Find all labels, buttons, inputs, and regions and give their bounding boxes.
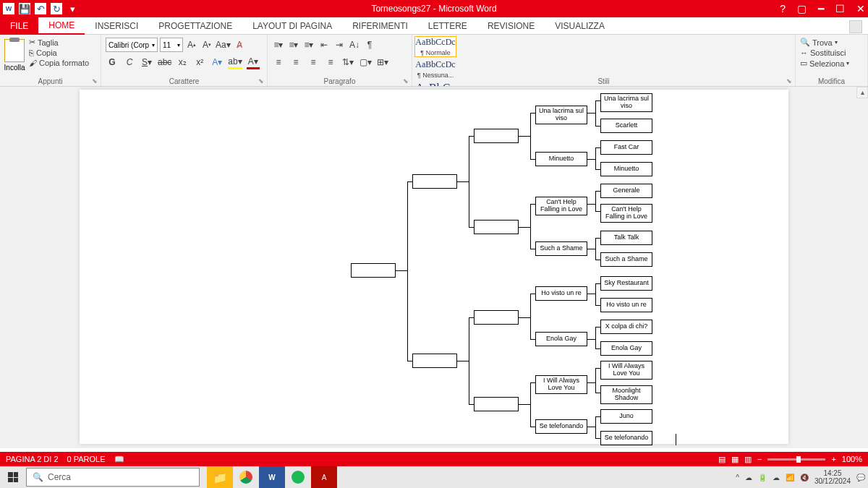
font-name-select[interactable]: Calibri (Corp▾ (106, 38, 158, 52)
minimize-icon[interactable]: ━ (818, 3, 824, 14)
word-count[interactable]: 0 PAROLE (67, 455, 106, 463)
paste-button[interactable]: Incolla (4, 64, 25, 72)
clock[interactable]: 14:2530/12/2024 (814, 469, 851, 485)
zoom-out-icon[interactable]: − (757, 455, 762, 463)
start-button[interactable] (0, 466, 26, 488)
weather-icon[interactable]: ☁ (773, 474, 780, 481)
zoom-level[interactable]: 100% (842, 455, 862, 463)
bracket-box: Minuetto (600, 162, 652, 176)
editing-group-label: Modifica (796, 77, 867, 85)
acrobat-icon[interactable]: A (311, 466, 337, 488)
account-icon[interactable] (849, 20, 862, 33)
grow-font-icon[interactable]: A▴ (185, 38, 198, 52)
bracket-box: I Will Always Love You (535, 375, 587, 394)
tab-mailings[interactable]: LETTERE (418, 17, 477, 35)
tab-references[interactable]: RIFERIMENTI (342, 17, 418, 35)
tab-view[interactable]: VISUALIZZA (545, 17, 615, 35)
indent-left-icon[interactable]: ⇤ (318, 38, 331, 52)
select-button[interactable]: ▭Seleziona▾ (800, 59, 863, 68)
maximize-icon[interactable]: ☐ (835, 3, 845, 14)
bracket-box: Can't Help Falling in Love (535, 197, 587, 215)
tab-home[interactable]: HOME (38, 17, 85, 35)
tab-design[interactable]: PROGETTAZIONE (148, 17, 242, 35)
taskbar-search[interactable]: 🔍Cerca (26, 468, 200, 487)
copy-button[interactable]: ⎘Copia (29, 48, 89, 57)
scroll-up-icon[interactable]: ▴ (856, 87, 868, 98)
page[interactable]: Una lacrima sul visoScarlettFast CarMinu… (80, 90, 788, 444)
format-painter-button[interactable]: 🖌Copia formato (29, 59, 89, 67)
page-status[interactable]: PAGINA 2 DI 2 (6, 455, 59, 463)
paragraph-dialog-icon[interactable]: ⬊ (403, 77, 409, 85)
clear-format-icon[interactable]: A̷ (233, 38, 246, 52)
tab-layout[interactable]: LAYOUT DI PAGINA (242, 17, 342, 35)
superscript-icon[interactable]: x² (193, 55, 206, 69)
window-title: Torneosongs27 - Microsoft Word (371, 4, 496, 14)
font-size-select[interactable]: 11▾ (160, 38, 183, 52)
numbering-icon[interactable]: ≡▾ (287, 38, 300, 52)
italic-icon[interactable]: C (123, 55, 136, 69)
onedrive-icon[interactable]: ☁ (745, 474, 752, 481)
tab-insert[interactable]: INSERISCI (85, 17, 148, 35)
font-dialog-icon[interactable]: ⬊ (258, 77, 264, 85)
bracket-box (351, 263, 396, 278)
ribbon-display-icon[interactable]: ▢ (797, 3, 807, 14)
notifications-icon[interactable]: 💬 (856, 474, 865, 481)
bold-icon[interactable]: G (106, 55, 119, 69)
word-taskbar-icon[interactable]: W (259, 466, 285, 488)
borders-icon[interactable]: ⊞▾ (376, 55, 389, 69)
font-color-icon[interactable]: A▾ (247, 55, 260, 69)
qat-more-icon[interactable]: ▾ (67, 3, 78, 14)
bracket-box (412, 354, 457, 368)
tab-file[interactable]: FILE (0, 17, 38, 35)
underline-icon[interactable]: S▾ (140, 55, 153, 69)
multilevel-icon[interactable]: ≡▾ (302, 38, 315, 52)
help-icon[interactable]: ? (780, 3, 786, 14)
undo-icon[interactable]: ↶ (35, 3, 46, 14)
zoom-slider[interactable] (767, 458, 825, 461)
cut-button[interactable]: ✂Taglia (29, 38, 89, 47)
wifi-icon[interactable]: 📶 (786, 474, 794, 481)
clipboard-dialog-icon[interactable]: ⬊ (92, 77, 98, 85)
chrome-icon[interactable] (233, 466, 259, 488)
style---normale[interactable]: AaBbCcDc¶ Normale (414, 36, 456, 57)
volume-icon[interactable]: 🔇 (800, 474, 809, 481)
tab-review[interactable]: REVISIONE (477, 17, 545, 35)
explorer-icon[interactable]: 📁 (207, 466, 233, 488)
battery-icon[interactable]: 🔋 (758, 474, 767, 481)
styles-gallery[interactable]: AaBbCcDc¶ NormaleAaBbCcDc¶ Nessuna...AaB… (412, 35, 796, 86)
print-layout-icon[interactable]: ▤ (718, 455, 726, 464)
styles-dialog-icon[interactable]: ⬊ (786, 77, 792, 85)
web-layout-icon[interactable]: ▥ (744, 455, 752, 464)
read-mode-icon[interactable]: ▦ (731, 455, 739, 464)
align-left-icon[interactable]: ≡ (272, 55, 285, 69)
strike-icon[interactable]: abc (158, 55, 171, 69)
highlight-icon[interactable]: ab▾ (228, 55, 242, 69)
style---nessuna---[interactable]: AaBbCcDc¶ Nessuna... (414, 59, 456, 80)
indent-right-icon[interactable]: ⇥ (333, 38, 346, 52)
align-right-icon[interactable]: ≡ (307, 55, 320, 69)
change-case-icon[interactable]: Aa▾ (216, 38, 231, 52)
close-icon[interactable]: ✕ (856, 3, 865, 14)
text-effects-icon[interactable]: A▾ (210, 55, 224, 69)
subscript-icon[interactable]: x₂ (176, 55, 189, 69)
line-spacing-icon[interactable]: ⇅▾ (341, 55, 354, 69)
tray-expand-icon[interactable]: ^ (736, 474, 739, 481)
spotify-icon[interactable] (285, 466, 311, 488)
redo-icon[interactable]: ↻ (51, 3, 62, 14)
paste-icon[interactable] (4, 39, 25, 62)
sort-icon[interactable]: A↓ (348, 38, 361, 52)
shading-icon[interactable]: ▢▾ (359, 55, 372, 69)
find-button[interactable]: 🔍Trova▾ (800, 38, 863, 47)
font-group-label: Carattere (101, 77, 267, 85)
spellcheck-icon[interactable]: 📖 (114, 455, 124, 464)
pilcrow-icon[interactable]: ¶ (363, 38, 376, 52)
zoom-in-icon[interactable]: + (831, 455, 835, 463)
replace-button[interactable]: ↔Sostituisci (800, 48, 863, 57)
justify-icon[interactable]: ≡ (324, 55, 337, 69)
document-area[interactable]: Una lacrima sul visoScarlettFast CarMinu… (0, 87, 868, 448)
save-icon[interactable]: 💾 (19, 3, 30, 14)
align-center-icon[interactable]: ≡ (289, 55, 302, 69)
clipboard-group-label: Appunti (0, 77, 101, 85)
shrink-font-icon[interactable]: A▾ (200, 38, 213, 52)
bullets-icon[interactable]: ≡▾ (272, 38, 285, 52)
